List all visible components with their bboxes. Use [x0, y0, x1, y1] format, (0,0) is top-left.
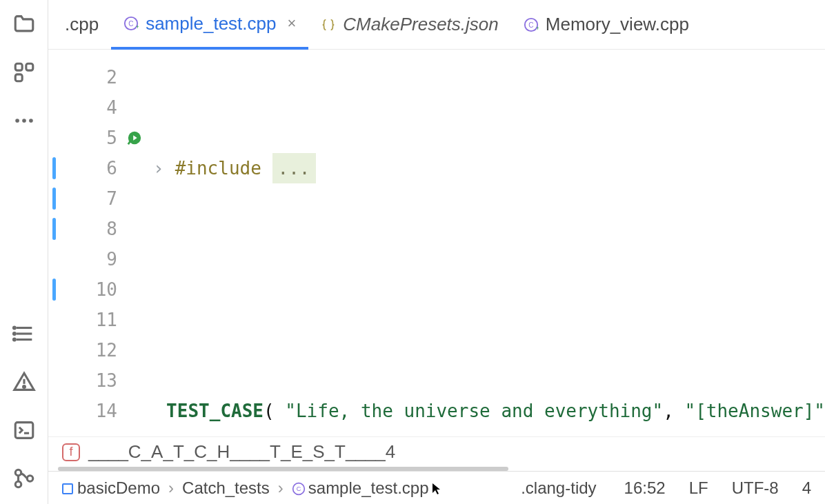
folded-region[interactable]: ...: [272, 153, 316, 183]
line-number[interactable]: 12: [48, 335, 124, 365]
cpp-file-icon: C: [292, 482, 306, 496]
vcs-change-marker[interactable]: [52, 279, 56, 301]
tab-memory-view[interactable]: C+ Memory_view.cpp: [511, 0, 702, 50]
vcs-tool-icon[interactable]: [12, 467, 36, 490]
line-number[interactable]: 14: [48, 396, 124, 426]
tool-window-bar: [0, 0, 48, 504]
line-number[interactable]: 2: [48, 62, 124, 92]
line-number[interactable]: 13: [48, 365, 124, 396]
chevron-right-icon: ›: [167, 478, 175, 498]
cpp-file-icon: C+: [123, 16, 139, 31]
run-gutter: [124, 50, 145, 436]
code-line[interactable]: [149, 274, 825, 305]
vcs-change-marker[interactable]: [52, 157, 56, 179]
fold-toggle-icon[interactable]: ›: [149, 153, 175, 183]
status-cursor-pos[interactable]: 16:52: [624, 478, 666, 498]
svg-point-4: [22, 119, 26, 123]
status-clang-tidy[interactable]: .clang-tidy: [521, 478, 596, 498]
vcs-change-marker[interactable]: [52, 188, 56, 210]
svg-rect-14: [15, 423, 33, 439]
tab-label: .cpp: [65, 14, 99, 35]
more-tool-icon[interactable]: [12, 109, 36, 132]
svg-point-11: [13, 339, 15, 341]
tab-cmakepresets[interactable]: CMakePresets.json: [308, 0, 510, 50]
tab-label: sample_test.cpp: [146, 13, 276, 34]
svg-rect-0: [15, 63, 22, 70]
breadcrumb-file[interactable]: Csample_test.cpp: [292, 478, 444, 498]
vcs-change-marker[interactable]: [52, 218, 56, 240]
cpp-file-icon: C+: [524, 17, 539, 32]
function-badge-icon: f: [62, 443, 80, 461]
svg-point-17: [15, 481, 21, 487]
terminal-tool-icon[interactable]: [12, 419, 36, 442]
function-name[interactable]: ____C_A_T_C_H____T_E_S_T____4: [88, 441, 395, 463]
close-tab-icon[interactable]: ×: [287, 14, 296, 32]
svg-point-9: [13, 327, 15, 329]
svg-rect-2: [15, 74, 22, 81]
svg-text:C: C: [296, 485, 301, 492]
line-number[interactable]: 10: [48, 274, 124, 305]
line-number[interactable]: 7: [48, 183, 124, 214]
breadcrumb-module[interactable]: basicDemo: [62, 478, 160, 498]
line-number[interactable]: 8: [48, 214, 124, 244]
tab-label: Memory_view.cpp: [546, 14, 689, 35]
line-number[interactable]: 4: [48, 92, 124, 123]
code-editor[interactable]: 2 4 5 6 7 8 9 10 11 12 13 14: [48, 50, 825, 436]
tab-prev-cpp[interactable]: .cpp: [52, 0, 111, 50]
status-encoding[interactable]: UTF-8: [732, 478, 779, 498]
structure-tool-icon[interactable]: [12, 61, 36, 84]
mouse-cursor-icon: [430, 482, 444, 496]
svg-point-10: [13, 333, 15, 335]
svg-rect-1: [26, 63, 32, 70]
chevron-right-icon: ›: [277, 478, 285, 498]
problems-tool-icon[interactable]: [12, 370, 36, 394]
status-line-separator[interactable]: LF: [689, 478, 708, 498]
module-icon: [62, 483, 73, 494]
editor-tabs: .cpp C+ sample_test.cpp × CMakePresets.j…: [48, 0, 825, 50]
line-number[interactable]: 6: [48, 153, 124, 183]
status-indent[interactable]: 4: [802, 478, 811, 498]
code-line[interactable]: ›#include ...: [149, 153, 825, 183]
editor-main: .cpp C+ sample_test.cpp × CMakePresets.j…: [48, 0, 825, 504]
svg-point-13: [23, 386, 25, 388]
breadcrumb-folder[interactable]: Catch_tests: [182, 478, 270, 498]
svg-text:C: C: [528, 21, 533, 28]
svg-point-5: [29, 119, 33, 123]
svg-text:C: C: [129, 20, 134, 28]
line-number[interactable]: 9: [48, 244, 124, 274]
svg-point-3: [15, 119, 19, 123]
code-line[interactable]: TEST_CASE( "Life, the universe and every…: [149, 396, 825, 426]
project-tool-icon[interactable]: [12, 12, 36, 36]
svg-text:+: +: [536, 26, 539, 32]
line-number[interactable]: 5: [48, 123, 124, 153]
tab-label: CMakePresets.json: [343, 14, 498, 35]
line-number[interactable]: 11: [48, 305, 124, 335]
tab-sample-test[interactable]: C+ sample_test.cpp ×: [111, 0, 308, 50]
run-test-icon[interactable]: [127, 130, 142, 145]
code-body[interactable]: ›#include ... TEST_CASE( "Life, the univ…: [145, 50, 825, 436]
json-file-icon: [321, 17, 336, 32]
status-bar: basicDemo › Catch_tests › Csample_test.c…: [48, 471, 825, 504]
todo-tool-icon[interactable]: [12, 322, 36, 345]
function-breadcrumb: f ____C_A_T_C_H____T_E_S_T____4: [48, 436, 825, 467]
line-number-gutter: 2 4 5 6 7 8 9 10 11 12 13 14: [48, 50, 124, 436]
svg-text:+: +: [136, 24, 139, 30]
